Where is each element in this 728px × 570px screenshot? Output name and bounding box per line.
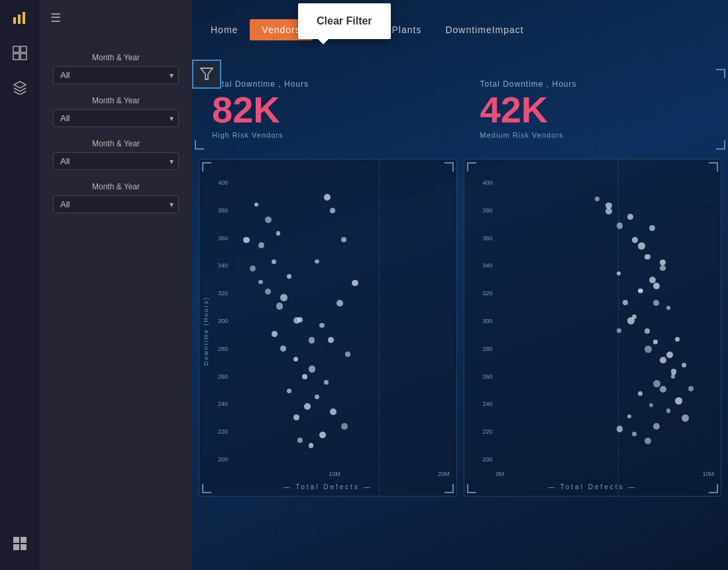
select-wrapper-4: All: [53, 195, 179, 213]
scatter-dot: [293, 317, 300, 324]
filter-select-4[interactable]: All: [53, 195, 179, 213]
x-tick: 0M: [496, 471, 505, 477]
scatter-dot: [280, 294, 287, 301]
y-tick: 260: [470, 373, 493, 380]
metrics-row: Total Downtime , Hours 82K High Risk Ven…: [192, 66, 728, 152]
scatter-dot: [315, 260, 319, 263]
filter-label-2: Month & Year: [53, 96, 179, 105]
scatter-dot: [280, 346, 286, 352]
scatter-dot: [272, 331, 278, 337]
scatter-dot: [632, 432, 637, 436]
y-tick: 320: [470, 290, 493, 297]
windows-icon[interactable]: [9, 533, 30, 554]
y-tick: 400: [205, 179, 228, 186]
svg-marker-12: [201, 68, 213, 79]
scatter-dot: [627, 414, 631, 418]
x-tick: 20M: [438, 471, 450, 477]
layers-icon[interactable]: [9, 77, 30, 98]
clear-filter-tooltip: Clear Filter: [298, 3, 391, 39]
filter-select-3[interactable]: All: [53, 152, 179, 170]
scatter-dot: [265, 289, 271, 295]
scatter-dot: [645, 346, 652, 353]
scatter-dot: [649, 225, 655, 231]
nav-downtime[interactable]: DowntimeImpact: [433, 19, 535, 40]
filter-select-1[interactable]: All: [53, 66, 179, 84]
main-content: Home Vendors Materials Plants DowntimeIm…: [192, 0, 728, 570]
metric-title-2: Total Downtime , Hours: [480, 79, 709, 89]
charts-row: 400 380 360 340 320 300 280 260 240 220 …: [192, 159, 728, 497]
y-tick: 200: [470, 456, 493, 463]
scatter-dot: [653, 340, 658, 344]
scatter-dot: [324, 380, 329, 385]
menu-icon[interactable]: ☰: [50, 11, 61, 25]
svg-rect-8: [13, 537, 19, 543]
sidebar-panel: ☰ Month & Year All Month & Year All Mont…: [40, 0, 192, 570]
filter-icon-button[interactable]: [192, 60, 221, 89]
scatter-dot: [258, 280, 263, 285]
scatter-dot: [653, 300, 659, 306]
svg-rect-3: [13, 46, 19, 52]
y-tick: 360: [470, 235, 493, 242]
scatter-dot: [688, 386, 694, 391]
scatter-dot: [638, 242, 645, 250]
svg-marker-7: [14, 81, 26, 88]
scatter-area-right: [497, 179, 715, 466]
scatter-dot: [287, 274, 292, 279]
scatter-dot: [666, 306, 671, 310]
scatter-dot: [272, 260, 276, 264]
scatter-dot: [276, 303, 284, 310]
x-label-left: — Total Defects —: [284, 483, 372, 491]
filter-group-1: Month & Year All: [53, 53, 179, 84]
scatter-dot: [330, 408, 337, 415]
scatter-dot: [254, 203, 258, 207]
y-tick: 200: [205, 456, 228, 463]
svg-rect-0: [13, 17, 16, 24]
grid-icon[interactable]: [9, 42, 30, 64]
nav-home[interactable]: Home: [199, 19, 250, 40]
scatter-dot: [337, 300, 343, 307]
scatter-dot: [632, 314, 637, 320]
svg-rect-4: [21, 46, 26, 52]
y-label-left: Downtime (Hours): [203, 297, 209, 366]
metric-sub-1: High Risk Vendors: [212, 131, 441, 139]
icon-bar: [0, 0, 40, 570]
y-tick: 300: [470, 318, 493, 324]
scatter-dot: [666, 408, 670, 412]
y-tick: 240: [470, 401, 493, 407]
scatter-dot: [293, 357, 298, 361]
scatter-dot: [675, 397, 682, 404]
scatter-dot: [653, 283, 660, 289]
x-tick: 10M: [329, 471, 340, 477]
scatter-dot: [287, 389, 291, 393]
scatter-dot: [660, 357, 666, 363]
svg-rect-1: [18, 15, 21, 24]
scatter-dot: [276, 231, 281, 236]
y-tick: 400: [470, 179, 493, 186]
scatter-dot: [324, 194, 331, 201]
metric-value-2: 42K: [480, 91, 709, 128]
scatter-dot: [605, 208, 611, 214]
scatter-dot: [682, 414, 689, 422]
scatter-dot: [302, 374, 307, 379]
scatter-dot: [653, 380, 660, 387]
svg-rect-5: [13, 54, 19, 60]
scatter-dot: [341, 237, 346, 242]
scatter-dot: [309, 337, 315, 344]
scatter-dot: [595, 197, 599, 201]
scatter-dot: [330, 208, 335, 213]
scatter-dot: [265, 216, 272, 223]
select-wrapper-2: All: [53, 109, 179, 127]
svg-rect-6: [21, 54, 26, 60]
metric-value-1: 82K: [212, 91, 441, 128]
scatter-dot: [649, 403, 654, 408]
x-label-right: — Total Defects —: [548, 483, 637, 491]
scatter-dot: [645, 438, 651, 444]
navbar: Home Vendors Materials Plants DowntimeIm…: [192, 0, 728, 60]
clear-filter-label: Clear Filter: [317, 15, 372, 26]
scatter-dot: [341, 423, 348, 430]
bar-chart-icon[interactable]: [9, 8, 30, 29]
scatter-area-left: [233, 179, 450, 466]
scatter-dot: [660, 260, 666, 265]
y-tick: 380: [470, 207, 493, 214]
filter-select-2[interactable]: All: [53, 109, 179, 127]
